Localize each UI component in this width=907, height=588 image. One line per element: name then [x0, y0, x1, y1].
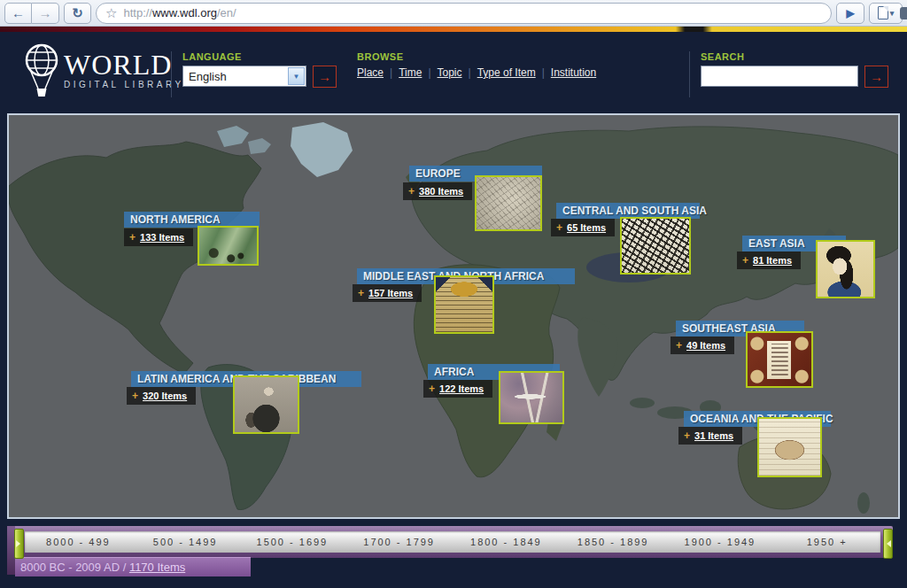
browse-label: BROWSE: [357, 51, 404, 62]
plus-icon: +: [556, 221, 562, 234]
timeline-period: 8000 - 499: [25, 531, 132, 553]
logo-title: WORLD: [64, 51, 184, 78]
region-middle-east-and-north-africa: MIDDLE EAST AND NORTH AFRICA +157 Items: [357, 268, 575, 284]
go-button[interactable]: ▶: [836, 3, 864, 24]
region-latin-america-and-the-caribbean: LATIN AMERICA AND THE CARIBBEAN +320 Ite…: [131, 371, 361, 387]
region-items-link[interactable]: 320 Items: [143, 391, 187, 401]
site-header: WORLD DIGITAL LIBRARY LANGUAGE English ▼…: [0, 32, 907, 110]
region-items-link[interactable]: 65 Items: [567, 222, 606, 233]
timeline-items-link[interactable]: 1170 Items: [129, 561, 185, 574]
timeline-period: 1800 - 1849: [453, 531, 560, 553]
search-input[interactable]: [701, 66, 858, 87]
plus-icon: +: [129, 231, 136, 244]
region-europe: EUROPE +380 Items: [409, 166, 542, 182]
region-items-bar: +157 Items: [353, 284, 422, 302]
timeline-start-slider-handle[interactable]: [14, 529, 24, 559]
region-items-bar: +122 Items: [423, 380, 492, 398]
region-thumbnail[interactable]: [233, 375, 299, 434]
timeline-period: 1900 - 1949: [667, 531, 774, 553]
world-map: NORTH AMERICA +133 Items EUROPE +380 Ite…: [7, 113, 900, 519]
header-divider: [171, 51, 172, 97]
region-items-link[interactable]: 81 Items: [753, 255, 792, 266]
browse-link-institution[interactable]: Institution: [551, 66, 596, 79]
logo-subtitle: DIGITAL LIBRARY: [64, 80, 184, 89]
timeline-scale[interactable]: 8000 - 499 500 - 1499 1500 - 1699 1700 -…: [25, 531, 880, 553]
region-thumbnail[interactable]: [816, 240, 875, 298]
arrow-right-icon: →: [318, 69, 331, 84]
search-submit-button[interactable]: →: [864, 66, 888, 88]
plus-icon: +: [132, 390, 138, 402]
bookmark-star-icon[interactable]: ☆: [105, 5, 117, 21]
reload-button[interactable]: ↻: [64, 3, 91, 24]
region-southeast-asia: SOUTHEAST ASIA +49 Items: [676, 321, 804, 337]
url-protocol: http://: [123, 6, 152, 19]
go-icon: ▶: [846, 7, 854, 19]
url-text: http://www.wdl.org/en/: [123, 6, 236, 19]
timeline-range-text: 8000 BC - 2009 AD: [20, 561, 120, 574]
browse-link-place[interactable]: Place: [357, 66, 384, 79]
region-central-and-south-asia: CENTRAL AND SOUTH ASIA +65 Items: [556, 203, 700, 219]
region-items-bar: +49 Items: [671, 337, 734, 354]
region-thumbnail[interactable]: [499, 371, 564, 424]
region-items-link[interactable]: 122 Items: [439, 383, 484, 394]
region-thumbnail[interactable]: [198, 226, 259, 266]
link-separator: |: [390, 66, 392, 79]
plus-icon: +: [684, 429, 690, 442]
timeline-end-slider-handle[interactable]: [883, 529, 893, 559]
back-icon: ←: [12, 5, 25, 20]
browser-toolbar: ← → ↻ ☆ http://www.wdl.org/en/ ▶ ▾: [0, 0, 907, 27]
region-items-bar: +320 Items: [127, 387, 196, 405]
timeline-track[interactable]: 8000 - 499 500 - 1499 1500 - 1699 1700 -…: [7, 526, 893, 558]
region-items-bar: +65 Items: [551, 219, 615, 236]
tools-menu-icon[interactable]: [900, 7, 907, 19]
link-separator: |: [428, 66, 430, 79]
region-thumbnail[interactable]: [757, 417, 822, 477]
forward-button[interactable]: →: [32, 3, 59, 24]
plus-icon: +: [742, 254, 748, 267]
region-items-link[interactable]: 49 Items: [686, 340, 725, 351]
language-label: LANGUAGE: [182, 51, 242, 62]
browse-links: Place|Time|Topic|Type of Item|Institutio…: [357, 66, 596, 79]
plus-icon: +: [408, 185, 415, 197]
timeline-period: 500 - 1499: [132, 531, 239, 553]
browse-link-type-of-item[interactable]: Type of Item: [477, 66, 536, 79]
region-items-link[interactable]: 380 Items: [419, 186, 463, 197]
page-icon: [878, 6, 888, 19]
region-east-asia: EAST ASIA +81 Items: [742, 236, 846, 251]
region-items-link[interactable]: 31 Items: [694, 430, 733, 441]
url-path: /en/: [217, 6, 236, 19]
language-submit-button[interactable]: →: [313, 66, 337, 88]
region-thumbnail[interactable]: [475, 175, 542, 231]
timeline-summary-bar: 8000 BC - 2009 AD / 1170 Items: [15, 557, 251, 576]
timeline-period: 1850 - 1899: [560, 531, 667, 553]
plus-icon: +: [429, 383, 435, 395]
region-thumbnail[interactable]: [434, 275, 494, 334]
forward-icon: →: [39, 5, 52, 20]
reload-icon: ↻: [72, 5, 83, 21]
link-separator: |: [542, 66, 545, 79]
region-items-link[interactable]: 157 Items: [368, 288, 413, 298]
language-selected-value: English: [183, 70, 288, 83]
address-bar[interactable]: ☆ http://www.wdl.org/en/: [96, 3, 832, 24]
region-thumbnail[interactable]: [620, 217, 691, 275]
logo-wordmark[interactable]: WORLD DIGITAL LIBRARY: [64, 51, 184, 89]
region-oceania-and-the-pacific: OCEANIA AND THE PACIFIC +31 Items: [684, 411, 831, 427]
region-africa: AFRICA +122 Items: [428, 364, 560, 380]
select-dropdown-icon[interactable]: ▼: [288, 67, 305, 85]
back-button[interactable]: ←: [4, 3, 32, 24]
region-items-link[interactable]: 133 Items: [140, 232, 184, 243]
region-items-bar: +380 Items: [403, 182, 472, 200]
summary-separator: /: [120, 561, 129, 574]
timeline-period: 1500 - 1699: [239, 531, 346, 553]
region-thumbnail[interactable]: [746, 331, 813, 388]
plus-icon: +: [358, 287, 364, 299]
language-select[interactable]: English ▼: [182, 66, 306, 87]
page-menu-button[interactable]: ▾: [869, 3, 903, 24]
plus-icon: +: [676, 339, 682, 352]
timeline-period: 1700 - 1799: [345, 531, 453, 553]
arrow-right-icon: →: [870, 69, 883, 84]
search-label: SEARCH: [701, 51, 744, 62]
browse-link-topic[interactable]: Topic: [438, 66, 462, 79]
browse-link-time[interactable]: Time: [399, 66, 422, 79]
wdl-balloon-logo-icon[interactable]: [21, 42, 62, 102]
